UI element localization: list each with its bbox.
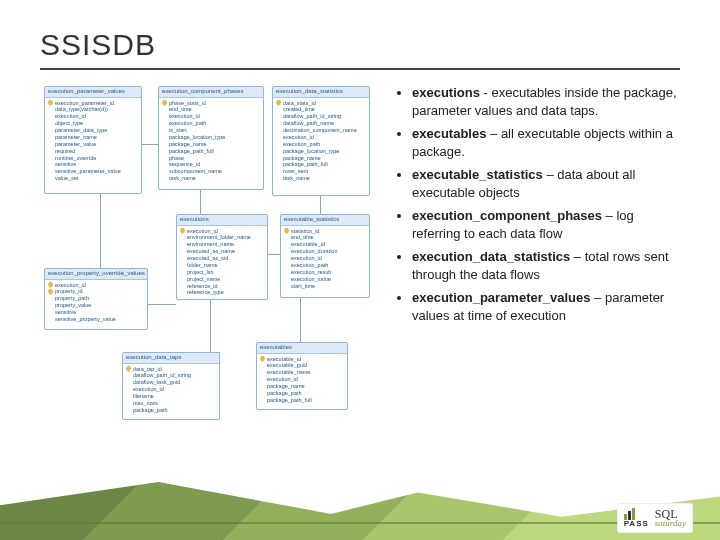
db-column: executable_id (260, 356, 344, 363)
column-icon (48, 128, 53, 133)
db-column-name: executed_as_name (187, 248, 235, 255)
db-column-name: execution_id (291, 255, 322, 262)
db-column-name: required (55, 148, 75, 155)
db-column-name: sensitive_property_value (55, 316, 116, 323)
db-column: value_set (48, 175, 138, 182)
db-column-name: package_name (267, 383, 305, 390)
db-table-columns: data_tap_iddataflow_path_id_stringdatafl… (123, 364, 219, 417)
db-column-name: package_path_full (169, 148, 214, 155)
db-column-name: execution_parameter_id (55, 100, 114, 107)
footer-stripe (0, 482, 720, 540)
column-icon (180, 249, 185, 254)
column-icon (260, 370, 265, 375)
db-column: required (48, 148, 138, 155)
db-column: statistics_id (284, 228, 366, 235)
db-column-name: runtime_override (55, 155, 96, 162)
term: executable_statistics (412, 167, 543, 182)
column-icon (260, 391, 265, 396)
db-table-columns: execution_idproperty_idproperty_pathprop… (45, 280, 147, 326)
db-column: execution_id (284, 255, 366, 262)
db-column: phase_stats_id (162, 100, 260, 107)
column-icon (48, 310, 53, 315)
db-column: sensitive_parameter_value (48, 168, 138, 175)
key-icon (260, 356, 265, 361)
db-column-name: execution_id (55, 282, 86, 289)
db-column-name: package_path (133, 407, 168, 414)
db-diagram: execution_parameter_valuesexecution_para… (40, 84, 370, 444)
db-column-name: dataflow_path_name (283, 120, 334, 127)
db-column: package_path_full (162, 148, 260, 155)
column-icon (162, 155, 167, 160)
column-icon (48, 114, 53, 119)
db-column-name: start_time (291, 283, 315, 290)
db-column: executable_guid (260, 362, 344, 369)
db-column-name: execution_duration (291, 248, 337, 255)
connector (100, 194, 101, 268)
db-column-name: statistics_id (291, 228, 319, 235)
db-column: is_start (162, 127, 260, 134)
db-column-name: package_path (267, 390, 302, 397)
db-column: max_rows (126, 400, 216, 407)
db-column: dataflow_path_id_string (276, 113, 366, 120)
db-column: dataflow_task_guid (126, 379, 216, 386)
db-table-header: executions (177, 215, 267, 226)
term: execution_component_phases (412, 208, 602, 223)
db-column-name: executable_guid (267, 362, 307, 369)
column-icon (180, 263, 185, 268)
db-column-name: dataflow_path_id_string (133, 372, 191, 379)
db-column-name: execution_id (187, 228, 218, 235)
column-icon (284, 249, 289, 254)
column-icon (284, 270, 289, 275)
db-column: sensitive_property_value (48, 316, 144, 323)
db-column: execution_id (276, 134, 366, 141)
db-table-header: execution_parameter_values (45, 87, 141, 98)
db-column: executed_as_name (180, 248, 264, 255)
db-column-name: executable_name (267, 369, 310, 376)
db-column-name: task_name (283, 175, 310, 182)
column-icon (162, 128, 167, 133)
db-column-name: package_path_full (267, 397, 312, 404)
db-column-name: sequence_id (169, 161, 200, 168)
db-table-exec_data_stats: execution_data_statisticsdata_stats_idcr… (272, 86, 370, 196)
column-icon (276, 176, 281, 181)
db-column-name: created_time (283, 106, 315, 113)
column-icon (276, 114, 281, 119)
db-column-name: data_stats_id (283, 100, 316, 107)
column-icon (180, 277, 185, 282)
db-table-columns: execution_idenvironment_folder_nameenvir… (177, 226, 267, 300)
db-column-name: destination_component_name (283, 127, 357, 134)
db-column-name: reference_type (187, 289, 224, 296)
db-column: execution_duration (284, 248, 366, 255)
page-title: SSISDB (40, 28, 680, 62)
db-table-columns: data_stats_idcreated_timedataflow_path_i… (273, 98, 369, 186)
column-icon (260, 377, 265, 382)
db-column-name: package_location_type (169, 134, 225, 141)
db-column-name: property_id (55, 288, 83, 295)
column-icon (276, 121, 281, 126)
db-column-name: property_path (55, 295, 89, 302)
column-icon (162, 169, 167, 174)
column-icon (180, 235, 185, 240)
db-column: parameter_value (48, 141, 138, 148)
db-column: executable_id (284, 241, 366, 248)
db-table-columns: statistics_idend_timeexecutable_idexecut… (281, 226, 369, 293)
db-column: property_path (48, 295, 144, 302)
db-column-name: package_name (169, 141, 207, 148)
db-column: executed_as_sid (180, 255, 264, 262)
db-column: data_tap_id (126, 366, 216, 373)
db-column: project_name (180, 276, 264, 283)
db-column-name: dataflow_task_guid (133, 379, 180, 386)
column-icon (180, 283, 185, 288)
connector (148, 304, 176, 305)
db-column-name: folder_name (187, 262, 218, 269)
connector (210, 294, 211, 352)
db-column-name: execution_path (283, 141, 320, 148)
db-column-name: execution_id (133, 386, 164, 393)
key-icon (48, 289, 53, 294)
column-icon (126, 401, 131, 406)
db-column-name: max_rows (133, 400, 158, 407)
db-column: data_stats_id (276, 100, 366, 107)
db-column-name: sensitive (55, 309, 76, 316)
column-icon (162, 114, 167, 119)
column-icon (48, 303, 53, 308)
